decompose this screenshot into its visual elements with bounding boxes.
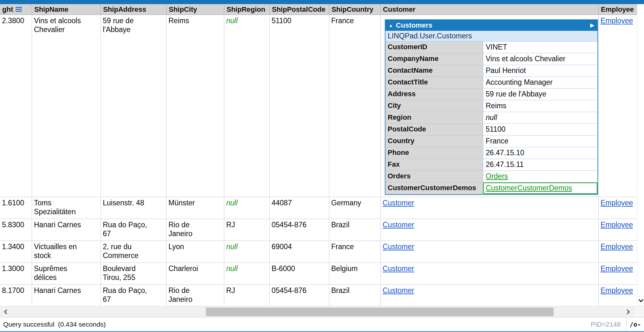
- cell-ship-address: Rua do Paço, 67: [101, 219, 167, 241]
- detail-field-name: PostalCode: [385, 124, 483, 136]
- column-menu-icon[interactable]: [16, 7, 22, 12]
- customer-link[interactable]: Customer: [383, 242, 414, 251]
- cell-customer: Customer: [381, 285, 599, 306]
- cell-ship-city: Münster: [167, 197, 224, 219]
- cell-customer-expanded: ▲ Customers ▶ LINQPad.User.Customers Cus…: [381, 15, 599, 197]
- cell-ship-region: null: [224, 263, 270, 285]
- order-row: 1.6100 Toms Spezialitäten Luisenstr. 48 …: [0, 197, 644, 219]
- cell-ship-city: Rio de Janeiro: [167, 285, 224, 306]
- top-accent-bar: [0, 0, 644, 4]
- v-scroll-down-button[interactable]: [637, 295, 644, 306]
- employee-link[interactable]: Employee: [601, 199, 633, 207]
- cell-ship-name: Toms Spezialitäten: [32, 197, 101, 219]
- detail-field-value-null: null: [483, 112, 597, 124]
- cell-ship-region: null: [224, 15, 270, 197]
- cell-ship-postal-code: 51100: [270, 15, 329, 197]
- detail-field-value: Accounting Manager: [483, 77, 597, 89]
- cell-freight: 1.3400: [0, 241, 32, 263]
- cell-ship-name: Hanari Carnes: [32, 219, 101, 241]
- detail-field-name: Region: [385, 112, 483, 124]
- chevron-left-icon: [4, 309, 9, 315]
- customer-link[interactable]: Customer: [383, 221, 414, 229]
- customer-link[interactable]: Customer: [383, 199, 414, 207]
- employee-link[interactable]: Employee: [601, 242, 633, 251]
- cell-ship-address: Luisenstr. 48: [101, 197, 167, 219]
- detail-field-name: CustomerCustomerDemos: [385, 183, 483, 194]
- detail-row: CustomerCustomerDemos CustomerCustomerDe…: [385, 183, 597, 194]
- cell-ship-address: Rua do Paço, 67: [101, 285, 167, 306]
- detail-row: CompanyName Vins et alcools Chevalier: [385, 53, 597, 65]
- status-message: Query successful (0.434 seconds): [3, 321, 106, 328]
- detail-row: Orders Orders: [385, 171, 597, 183]
- detail-field-name: ContactTitle: [385, 77, 483, 89]
- cell-ship-name: Suprêmes délices: [32, 263, 101, 285]
- cell-ship-address: Boulevard Tirou, 255: [101, 263, 167, 285]
- detail-field-name: Fax: [385, 159, 483, 171]
- results-grid: 2.3800 Vins et alcools Chevalier 59 rue …: [0, 15, 644, 306]
- optimization-indicator[interactable]: /o-: [626, 317, 644, 331]
- expand-right-icon[interactable]: ▶: [590, 23, 594, 28]
- h-scroll-thumb[interactable]: [206, 308, 554, 316]
- detail-field-value: CustomerCustomerDemos: [483, 183, 597, 194]
- cell-ship-country: Brazil: [329, 285, 381, 306]
- order-row: 1.3000 Suprêmes délices Boulevard Tirou,…: [0, 263, 644, 285]
- detail-field-name: ContactName: [385, 65, 483, 77]
- detail-row: ContactTitle Accounting Manager: [385, 77, 597, 89]
- detail-field-value: France: [483, 136, 597, 147]
- employee-link[interactable]: Employee: [601, 17, 633, 25]
- detail-row: City Reims: [385, 100, 597, 112]
- cell-ship-region: RJ: [224, 219, 270, 241]
- column-header-shipcity[interactable]: ShipCity: [167, 4, 224, 15]
- cell-ship-name: Victuailles en stock: [32, 241, 101, 263]
- cell-ship-postal-code: 44087: [270, 197, 329, 219]
- cell-ship-city: Lyon: [167, 241, 224, 263]
- cell-customer: Customer: [381, 263, 599, 285]
- detail-field-value: 26.47.15.11: [483, 159, 597, 171]
- customers-detail-title: Customers: [396, 21, 432, 30]
- customer-customer-demos-link[interactable]: CustomerCustomerDemos: [486, 184, 572, 192]
- detail-field-value: 26.47.15.10: [483, 147, 597, 159]
- cell-freight: 8.1700: [0, 285, 32, 306]
- customer-link[interactable]: Customer: [383, 286, 414, 295]
- cell-customer: Customer: [381, 241, 599, 263]
- chevron-right-icon: [625, 309, 630, 315]
- order-row: 8.1700 Hanari Carnes Rua do Paço, 67 Rio…: [0, 285, 644, 306]
- cell-ship-name: Hanari Carnes: [32, 285, 101, 306]
- column-header-shipregion[interactable]: ShipRegion: [224, 4, 270, 15]
- detail-field-name: Phone: [385, 147, 483, 159]
- cell-ship-postal-code: 69004: [270, 241, 329, 263]
- detail-row: ContactName Paul Henriot: [385, 65, 597, 77]
- column-header-shippostalcode[interactable]: ShipPostalCode: [270, 4, 329, 15]
- employee-link[interactable]: Employee: [601, 264, 633, 273]
- customers-detail-typename: LINQPad.User.Customers: [385, 31, 597, 42]
- collapse-icon[interactable]: ▲: [389, 23, 393, 28]
- cell-ship-address: 2, rue du Commerce: [101, 241, 167, 263]
- employee-link[interactable]: Employee: [601, 286, 633, 295]
- column-header-customer[interactable]: Customer: [381, 4, 599, 15]
- detail-row: Address 59 rue de l'Abbaye: [385, 89, 597, 100]
- cell-freight: 1.6100: [0, 197, 32, 219]
- cell-freight: 1.3000: [0, 263, 32, 285]
- cell-ship-postal-code: B-6000: [270, 263, 329, 285]
- status-bar: Query successful (0.434 seconds) PID=214…: [0, 317, 644, 331]
- employee-link[interactable]: Employee: [601, 221, 633, 229]
- h-scroll-right-button[interactable]: [622, 306, 634, 317]
- customers-detail-header[interactable]: ▲ Customers ▶: [385, 20, 597, 31]
- orders-link[interactable]: Orders: [486, 172, 508, 180]
- horizontal-scrollbar[interactable]: [0, 306, 644, 317]
- h-scroll-left-button[interactable]: [0, 306, 11, 317]
- customers-detail-table: ▲ Customers ▶ LINQPad.User.Customers Cus…: [385, 19, 598, 195]
- column-header-freight[interactable]: ght: [0, 4, 32, 15]
- vertical-scrollbar[interactable]: [637, 4, 644, 306]
- pid-label: PID=2148: [591, 321, 621, 328]
- detail-field-value: 59 rue de l'Abbaye: [483, 89, 597, 100]
- cell-ship-country: France: [329, 241, 381, 263]
- customer-link[interactable]: Customer: [383, 264, 414, 273]
- cell-ship-region: null: [224, 241, 270, 263]
- detail-row: PostalCode 51100: [385, 124, 597, 136]
- column-header-shipname[interactable]: ShipName: [32, 4, 101, 15]
- column-header-shipaddress[interactable]: ShipAddress: [101, 4, 167, 15]
- grid-header-row: ght ShipName ShipAddress ShipCity ShipRe…: [0, 4, 644, 15]
- detail-row: Phone 26.47.15.10: [385, 147, 597, 159]
- column-header-shipcountry[interactable]: ShipCountry: [329, 4, 381, 15]
